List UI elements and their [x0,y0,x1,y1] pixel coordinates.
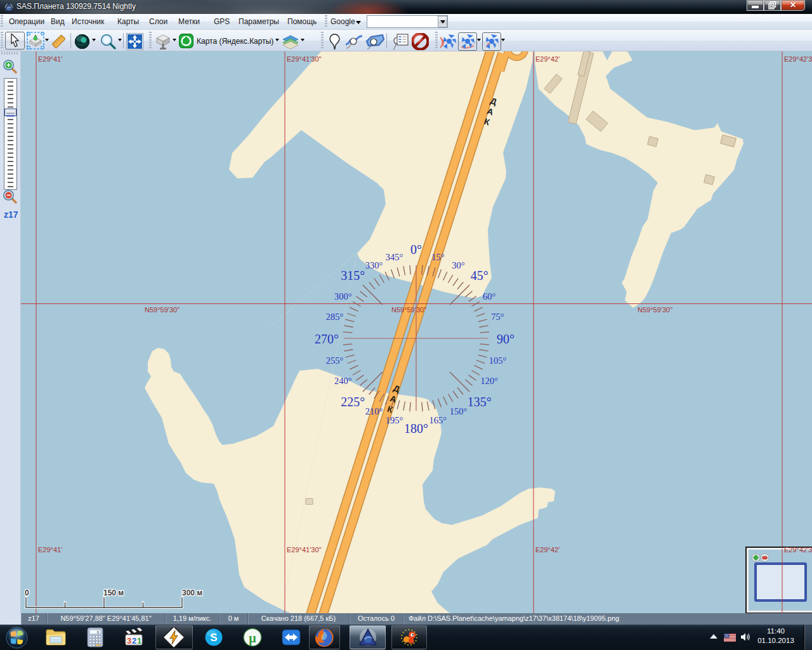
svg-text:N59°59'30": N59°59'30" [638,306,672,314]
svg-text:75°: 75° [491,312,504,322]
svg-text:90°: 90° [497,332,514,346]
svg-text:240°: 240° [334,376,352,386]
svg-text:195°: 195° [386,415,403,425]
svg-text:3: 3 [127,636,131,646]
svg-text:0: 0 [25,588,29,597]
svg-text:120°: 120° [480,376,498,386]
svg-text:S: S [210,632,217,644]
svg-text:E29°42'30": E29°42'30" [784,55,812,63]
svg-text:150°: 150° [450,406,468,416]
svg-text:µ: µ [249,631,256,646]
svg-text:345°: 345° [386,252,403,262]
svg-text:45°: 45° [471,269,488,282]
svg-text:15°: 15° [431,252,445,262]
svg-text:0°: 0° [410,242,422,256]
svg-text:315°: 315° [341,269,365,282]
svg-text:E29°42': E29°42' [535,55,560,63]
svg-text:210°: 210° [365,406,383,416]
svg-text:270°: 270° [315,332,339,346]
svg-text:E29°41': E29°41' [38,55,62,63]
svg-text:E29°42': E29°42' [535,546,560,554]
svg-text:330°: 330° [365,260,383,270]
svg-text:E29°42'30": E29°42'30" [784,546,812,554]
svg-text:E29°41': E29°41' [38,546,62,554]
svg-text:135°: 135° [468,395,492,409]
svg-text:225°: 225° [341,395,365,409]
svg-text:165°: 165° [429,415,447,425]
svg-text:N59°59'30": N59°59'30" [145,306,180,314]
svg-text:E29°41'30": E29°41'30" [287,546,322,554]
svg-text:300°: 300° [334,291,352,302]
svg-text:30°: 30° [452,260,465,270]
svg-text:N59°59'30": N59°59'30" [391,306,426,314]
svg-text:285°: 285° [326,312,344,322]
svg-text:2: 2 [132,636,136,646]
svg-text:150 м: 150 м [103,588,124,597]
svg-text:105°: 105° [489,355,507,366]
svg-text:E29°41'30": E29°41'30" [287,55,322,63]
svg-text:300 м: 300 м [182,588,202,597]
svg-text:255°: 255° [326,355,344,366]
svg-text:1: 1 [137,636,141,646]
svg-text:180°: 180° [404,421,428,435]
svg-text:60°: 60° [483,291,496,302]
